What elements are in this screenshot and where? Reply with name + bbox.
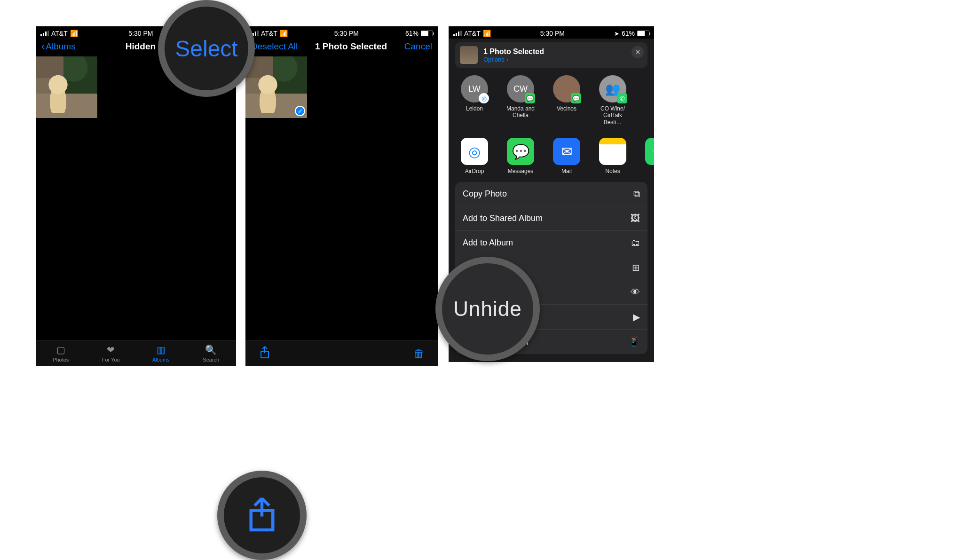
wifi-icon: 📶	[70, 30, 78, 37]
share-options-button[interactable]: Options ›	[483, 56, 544, 63]
app-mail[interactable]: ✉ Mail	[550, 138, 583, 174]
battery-icon	[637, 31, 649, 36]
nav-bar: Deselect All 1 Photo Selected Cancel	[245, 39, 438, 56]
search-icon: 🔍	[205, 344, 217, 355]
app-whatsapp[interactable]: ✆ WhatsApp	[642, 138, 654, 174]
selection-count: 1 Photo Selected	[315, 41, 387, 52]
share-thumb	[460, 46, 478, 64]
tab-bar: ▢ Photos ❤ For You ▥ Albums 🔍 Search	[36, 340, 236, 366]
clock-label: 5:30 PM	[334, 30, 359, 37]
callout-label: Select	[175, 36, 237, 62]
contact-item[interactable]: CW 💬 Manda and Chella	[504, 75, 537, 126]
clock-label: 5:30 PM	[128, 30, 153, 37]
battery-pct: 61%	[405, 30, 418, 37]
callout-label: Unhide	[453, 297, 521, 321]
album-icon: 🗂	[631, 237, 640, 248]
photo-thumb[interactable]	[36, 56, 97, 118]
messages-icon: 💬	[507, 138, 534, 165]
tab-photos[interactable]: ▢ Photos	[36, 341, 86, 366]
share-sheet-header: 1 Photo Selected Options › ✕	[455, 42, 647, 68]
tab-label: For You	[102, 357, 120, 363]
heart-icon: ❤	[107, 344, 115, 355]
contact-item[interactable]: 👥 ✆ CO Wine/ GirlTalk Besti…	[596, 75, 629, 126]
back-label: Albums	[46, 41, 75, 52]
duplicate-icon: ⊞	[632, 262, 640, 273]
back-button[interactable]: ‹ Albums	[41, 41, 76, 52]
share-icon	[259, 346, 271, 360]
battery-icon	[421, 31, 433, 36]
signal-icon	[40, 31, 49, 36]
phone-icon: 📱	[628, 336, 640, 347]
photos-icon: ▢	[56, 344, 65, 355]
close-icon: ✕	[635, 48, 641, 56]
albums-icon: ▥	[157, 344, 166, 355]
contacts-row[interactable]: LW ◎ Leldon CW 💬 Manda and Chella 💬 Veci…	[449, 68, 654, 130]
action-add-shared-album[interactable]: Add to Shared Album 🖼	[455, 206, 647, 231]
status-bar: AT&T 📶 5:30 PM ➤ 61%	[449, 26, 654, 39]
contact-item[interactable]: 💬 Vecinos	[550, 75, 583, 126]
wifi-icon: 📶	[483, 30, 491, 37]
callout-unhide: Unhide	[435, 257, 540, 361]
callout-share	[217, 471, 307, 560]
carrier-label: AT&T	[464, 30, 481, 37]
trash-button[interactable]: 🗑	[413, 347, 425, 360]
whatsapp-icon: ✆	[645, 138, 654, 165]
messages-icon: 💬	[571, 93, 581, 103]
carrier-label: AT&T	[261, 30, 277, 37]
tab-albums[interactable]: ▥ Albums	[136, 341, 186, 366]
clock-label: 5:30 PM	[540, 30, 565, 37]
selected-check-icon: ✓	[295, 106, 305, 116]
apps-row[interactable]: ◎ AirDrop 💬 Messages ✉ Mail Notes ✆ What…	[449, 130, 654, 179]
tab-label: Albums	[152, 357, 170, 363]
tab-label: Search	[203, 357, 219, 363]
eye-icon: 👁	[631, 287, 640, 298]
screen-selection: AT&T 📶 5:30 PM 61% Deselect All 1 Photo …	[245, 26, 438, 366]
status-bar: AT&T 📶 5:30 PM 61%	[245, 26, 438, 39]
signal-icon	[453, 31, 462, 36]
app-notes[interactable]: Notes	[596, 138, 629, 174]
airdrop-icon: ◎	[461, 138, 488, 165]
mail-icon: ✉	[553, 138, 580, 165]
action-copy-photo[interactable]: Copy Photo ⧉	[455, 182, 647, 206]
carrier-label: AT&T	[51, 30, 68, 37]
airdrop-icon: ◎	[479, 93, 489, 103]
callout-select: Select	[158, 0, 255, 97]
deselect-all-button[interactable]: Deselect All	[251, 41, 298, 52]
messages-icon: 💬	[525, 93, 535, 103]
battery-pct: 61%	[622, 30, 635, 37]
photo-thumb-selected[interactable]: ✓	[245, 56, 307, 118]
app-airdrop[interactable]: ◎ AirDrop	[458, 138, 491, 174]
page-title: Hidden	[126, 41, 156, 52]
location-icon: ➤	[614, 30, 619, 37]
cancel-button[interactable]: Cancel	[404, 41, 432, 52]
close-button[interactable]: ✕	[631, 46, 644, 58]
tab-label: Photos	[53, 357, 69, 363]
action-add-album[interactable]: Add to Album 🗂	[455, 231, 647, 255]
share-selection-label: 1 Photo Selected	[483, 47, 544, 56]
notes-icon	[599, 138, 626, 165]
shared-album-icon: 🖼	[631, 213, 640, 224]
whatsapp-icon: ✆	[617, 93, 627, 103]
share-button[interactable]	[259, 346, 271, 362]
share-icon	[247, 497, 276, 534]
play-icon: ▶	[633, 311, 640, 323]
wifi-icon: 📶	[280, 30, 288, 37]
contact-item[interactable]: LW ◎ Leldon	[458, 75, 491, 126]
copy-icon: ⧉	[633, 189, 640, 199]
tab-foryou[interactable]: ❤ For You	[86, 341, 136, 366]
tab-search[interactable]: 🔍 Search	[186, 341, 237, 366]
app-messages[interactable]: 💬 Messages	[504, 138, 537, 174]
selection-toolbar: 🗑	[245, 340, 438, 366]
